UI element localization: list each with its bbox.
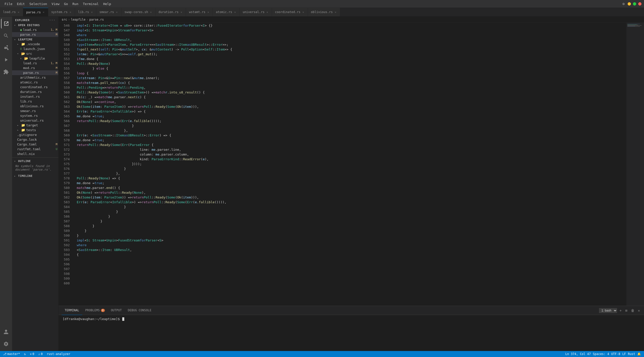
file-launch-json[interactable]: U launch.json bbox=[12, 46, 58, 51]
status-warnings[interactable]: ⚠ 0 bbox=[37, 352, 44, 356]
menu-run[interactable]: Run bbox=[70, 2, 80, 6]
explorer-icon[interactable] bbox=[1, 19, 11, 29]
file-load-rs[interactable]: load.rs 1, M bbox=[12, 61, 58, 66]
folder-vscode[interactable]: ▸ 📁 .vscode bbox=[12, 42, 58, 46]
new-terminal-icon[interactable]: + bbox=[619, 308, 623, 313]
tab-wstamt-rs[interactable]: wstamt.rs ✕ bbox=[186, 8, 213, 16]
tab-close-icon[interactable]: ✕ bbox=[234, 10, 236, 14]
panel-tab-terminal[interactable]: TERMINAL bbox=[62, 306, 82, 315]
panel-tab-output[interactable]: OUTPUT bbox=[108, 306, 125, 315]
file-duration-rs[interactable]: duration.rs bbox=[12, 89, 58, 94]
tab-coordinated-rs[interactable]: coordinated.rs ✕ bbox=[272, 8, 308, 16]
status-sync[interactable]: ↻ bbox=[23, 352, 27, 356]
outline-header[interactable]: ▾ OUTLINE bbox=[12, 159, 58, 163]
breadcrumb-src[interactable]: src bbox=[62, 18, 67, 21]
explorer-menu-icon[interactable]: ··· bbox=[49, 18, 55, 22]
tab-atomic-rs[interactable]: atomic.rs ✕ bbox=[213, 8, 240, 16]
status-language[interactable]: Rust bbox=[627, 352, 636, 356]
settings-gear-icon[interactable] bbox=[1, 339, 11, 349]
extensions-icon[interactable] bbox=[1, 67, 11, 77]
file-cargo-lock[interactable]: Cargo.lock bbox=[12, 137, 58, 142]
tab-close-icon[interactable]: ✕ bbox=[17, 10, 20, 14]
tab-duration-rs[interactable]: duration.rs ✕ bbox=[155, 8, 186, 16]
run-debug-icon[interactable] bbox=[1, 55, 11, 65]
menu-help[interactable]: Help bbox=[101, 2, 113, 6]
file-system-rs[interactable]: system.rs bbox=[12, 113, 58, 118]
tab-close-icon[interactable]: ✕ bbox=[334, 10, 337, 14]
menu-go[interactable]: Go bbox=[62, 2, 70, 6]
status-spaces[interactable]: Spaces: 4 bbox=[592, 352, 610, 356]
settings-icon[interactable]: ⚙ bbox=[622, 2, 626, 6]
code-editor[interactable]: 5465475485495505515525535545555565575585… bbox=[59, 23, 644, 306]
close-panel-icon[interactable]: ✕ bbox=[637, 308, 641, 313]
terminal-content[interactable]: [dfranke@vaughan:~/leaptime]$ bbox=[59, 315, 644, 351]
panel-tab-debug-console[interactable]: DEBUG CONSOLE bbox=[125, 306, 154, 315]
file-shell-nix[interactable]: shell.nix bbox=[12, 151, 58, 156]
source-control-icon[interactable] bbox=[1, 43, 11, 53]
tab-universal-rs[interactable]: universal.rs ✕ bbox=[240, 8, 272, 16]
menu-edit[interactable]: Edit bbox=[15, 2, 27, 6]
tab-close-icon[interactable]: ✕ bbox=[150, 10, 152, 14]
tab-lib-rs[interactable]: lib.rs ✕ bbox=[75, 8, 96, 16]
file-smear-rs[interactable]: smear.rs bbox=[12, 109, 58, 113]
menu-selection[interactable]: Selection bbox=[27, 2, 49, 6]
file-gitignore[interactable]: .gitignore bbox=[12, 132, 58, 137]
open-editors-header[interactable]: ▾ OPEN EDITORS bbox=[12, 23, 58, 27]
tab-system-rs[interactable]: system.rs ✕ bbox=[48, 8, 75, 16]
file-coordinated-rs[interactable]: coordinated.rs bbox=[12, 85, 58, 89]
folder-tests[interactable]: ▸ 📁 tests bbox=[12, 128, 58, 132]
file-lib-rs[interactable]: lib.rs bbox=[12, 99, 58, 104]
menu-terminal[interactable]: Terminal bbox=[81, 2, 101, 6]
maximize-button[interactable] bbox=[633, 2, 636, 6]
file-parse-rs[interactable]: parse.rs M bbox=[12, 70, 58, 75]
open-editor-parse-rs[interactable]: parse.rs M bbox=[12, 32, 58, 37]
status-rust-analyzer[interactable]: rust-analyzer bbox=[46, 352, 71, 356]
file-universal-rs[interactable]: universal.rs bbox=[12, 118, 58, 123]
tab-close-icon[interactable]: ✕ bbox=[266, 10, 269, 14]
tab-close-icon[interactable]: ✕ bbox=[91, 10, 93, 14]
file-oblivious-rs[interactable]: oblivious.rs bbox=[12, 104, 58, 109]
code-content[interactable]: impl<I: Iterator<Item = u8>> core::iter:… bbox=[72, 23, 626, 306]
tab-close-icon[interactable]: ✕ bbox=[180, 10, 183, 14]
breadcrumb-leapfile[interactable]: leapfile bbox=[71, 18, 86, 21]
file-atomic-rs[interactable]: atomic.rs bbox=[12, 80, 58, 85]
file-cargo-toml[interactable]: Cargo.toml M bbox=[12, 142, 58, 147]
folder-src[interactable]: ▾ 📂 src bbox=[12, 51, 58, 56]
menu-file[interactable]: File bbox=[3, 2, 14, 6]
folder-target[interactable]: ▸ 📁 target bbox=[12, 123, 58, 128]
tab-close-icon[interactable]: ✕ bbox=[69, 10, 72, 14]
status-line-ending[interactable]: LF bbox=[621, 352, 627, 356]
panel-tab-problems[interactable]: PROBLEMS 0 bbox=[82, 306, 108, 315]
status-branch[interactable]: ⎇ master* bbox=[2, 352, 21, 356]
status-errors[interactable]: ✕ 0 bbox=[29, 352, 35, 356]
status-notifications[interactable]: 🔔 bbox=[636, 352, 642, 356]
terminal-selector[interactable]: 1: bash bbox=[599, 308, 617, 313]
status-encoding[interactable]: UTF-8 bbox=[610, 352, 621, 356]
leaptime-header[interactable]: ▾ LEAPTIME bbox=[12, 37, 58, 42]
open-editor-load-rs[interactable]: ● load.rs 1, M bbox=[12, 27, 58, 32]
split-terminal-icon[interactable]: ⊞ bbox=[624, 308, 628, 313]
tab-swap-cores[interactable]: swap-cores.sh ✕ bbox=[122, 8, 156, 16]
tab-close-icon[interactable]: ✕ bbox=[207, 10, 210, 14]
file-instant-rs[interactable]: instant.rs bbox=[12, 94, 58, 99]
file-rustfmt-toml[interactable]: rustfmt.toml U bbox=[12, 147, 58, 151]
close-button[interactable] bbox=[638, 2, 641, 6]
tab-smear-rs[interactable]: smear.rs ✕ bbox=[96, 8, 121, 16]
breadcrumb-parse-rs[interactable]: parse.rs bbox=[89, 18, 104, 21]
file-arithmetic-rs[interactable]: arithmetic.rs bbox=[12, 75, 58, 80]
tab-oblivious-rs[interactable]: oblivious.rs ✕ bbox=[308, 8, 340, 16]
menu-view[interactable]: View bbox=[50, 2, 61, 6]
file-mod-rs[interactable]: mod.rs M bbox=[12, 66, 58, 70]
timeline-header[interactable]: ▸ TIMELINE bbox=[12, 173, 58, 178]
tab-parse-rs[interactable]: parse.rs ✕ bbox=[23, 8, 48, 16]
folder-leapfile[interactable]: ▾ 📂 leapfile bbox=[12, 56, 58, 61]
status-position[interactable]: Ln 374, Col 47 bbox=[564, 352, 592, 356]
tab-close-icon[interactable]: ✕ bbox=[115, 10, 118, 14]
tab-close-icon[interactable]: ✕ bbox=[42, 10, 45, 14]
tab-close-icon[interactable]: ✕ bbox=[302, 10, 305, 14]
account-icon[interactable] bbox=[1, 327, 11, 337]
tab-load-rs[interactable]: load.rs ✕ bbox=[0, 8, 23, 16]
clear-terminal-icon[interactable]: 🗑 bbox=[630, 308, 635, 313]
search-icon[interactable] bbox=[1, 31, 11, 41]
minimize-button[interactable] bbox=[628, 2, 631, 6]
